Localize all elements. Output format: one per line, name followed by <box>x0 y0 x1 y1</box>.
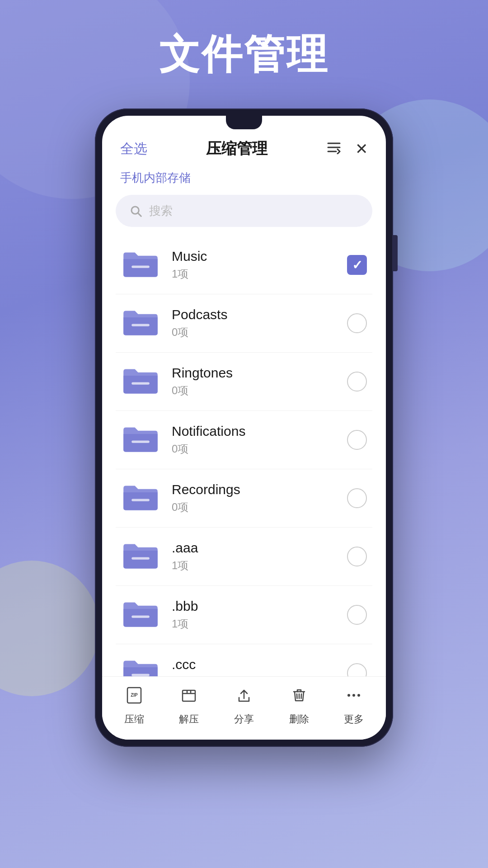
file-name: Recordings <box>172 482 335 497</box>
file-count: 0项 <box>172 383 335 398</box>
file-info: .bbb1项 <box>172 599 335 631</box>
svg-line-4 <box>138 213 141 216</box>
side-button <box>393 235 398 271</box>
checkbox-unchecked[interactable] <box>346 604 368 626</box>
checkbox-unchecked[interactable] <box>346 429 368 451</box>
svg-rect-11 <box>131 615 150 618</box>
svg-rect-12 <box>131 674 150 676</box>
folder-icon <box>120 247 161 283</box>
folder-icon <box>120 655 161 676</box>
file-info: Notifications0项 <box>172 424 335 456</box>
checkbox-unchecked[interactable] <box>346 546 368 567</box>
toolbar-delete[interactable]: 删除 <box>289 686 309 726</box>
file-name: .bbb <box>172 599 335 614</box>
file-count: 0项 <box>172 325 335 340</box>
bottom-toolbar: ZIP压缩解压分享删除更多 <box>102 676 386 740</box>
more-label: 更多 <box>344 712 364 726</box>
svg-rect-5 <box>131 265 150 268</box>
svg-rect-15 <box>183 690 195 701</box>
svg-text:ZIP: ZIP <box>131 693 138 698</box>
list-item[interactable]: .aaa1项 <box>116 528 372 586</box>
checkbox-unchecked[interactable] <box>346 487 368 509</box>
svg-point-20 <box>352 694 355 697</box>
bg-decoration-3 <box>0 561 99 696</box>
folder-icon <box>120 422 161 458</box>
checkbox-checked[interactable]: ✓ <box>346 254 368 276</box>
extract-label: 解压 <box>179 712 199 726</box>
extract-icon <box>179 686 198 709</box>
list-item[interactable]: Notifications0项 <box>116 411 372 469</box>
header-bar: 全选 压缩管理 ✕ <box>102 129 386 168</box>
checkbox-unchecked[interactable] <box>346 662 368 676</box>
search-bar[interactable]: 搜索 <box>116 195 372 227</box>
compress-label: 压缩 <box>124 712 144 726</box>
search-placeholder: 搜索 <box>149 203 173 219</box>
folder-icon <box>120 480 161 516</box>
folder-icon <box>120 305 161 341</box>
list-item[interactable]: .bbb1项 <box>116 586 372 644</box>
list-item[interactable]: Recordings0项 <box>116 469 372 528</box>
close-icon[interactable]: ✕ <box>355 140 368 158</box>
file-count: 1项 <box>172 267 335 281</box>
file-info: .aaa1项 <box>172 540 335 573</box>
file-name: Notifications <box>172 424 335 439</box>
select-all-button[interactable]: 全选 <box>120 140 147 158</box>
share-icon <box>235 686 253 709</box>
svg-line-17 <box>297 694 297 698</box>
toolbar-compress[interactable]: ZIP压缩 <box>124 686 144 726</box>
file-info: Ringtones0项 <box>172 365 335 398</box>
file-count: 0项 <box>172 442 335 456</box>
toolbar-share[interactable]: 分享 <box>234 686 254 726</box>
header-actions: ✕ <box>326 140 368 158</box>
list-item[interactable]: .ccc1项 <box>116 644 372 676</box>
svg-line-18 <box>301 694 301 698</box>
list-item[interactable]: Podcasts0项 <box>116 294 372 353</box>
svg-rect-7 <box>131 382 150 384</box>
svg-rect-9 <box>131 499 150 501</box>
phone-notch <box>226 116 262 129</box>
file-info: Music1项 <box>172 249 335 281</box>
folder-icon <box>120 597 161 633</box>
file-name: Podcasts <box>172 307 335 322</box>
breadcrumb[interactable]: 手机内部存储 <box>102 168 386 195</box>
checkbox-unchecked[interactable] <box>346 371 368 392</box>
compress-icon: ZIP <box>125 686 144 709</box>
file-info: Podcasts0项 <box>172 307 335 340</box>
svg-point-19 <box>347 694 350 697</box>
toolbar-more[interactable]: 更多 <box>344 686 364 726</box>
folder-icon <box>120 538 161 575</box>
screen-content: 全选 压缩管理 ✕ <box>102 116 386 740</box>
checkbox-unchecked[interactable] <box>346 312 368 334</box>
toolbar-extract[interactable]: 解压 <box>179 686 199 726</box>
file-name: .aaa <box>172 540 335 556</box>
svg-rect-8 <box>131 440 150 443</box>
list-item[interactable]: Music1项✓ <box>116 236 372 294</box>
phone-mockup: 全选 压缩管理 ✕ <box>95 108 393 747</box>
share-label: 分享 <box>234 712 254 726</box>
search-icon <box>129 204 143 218</box>
delete-label: 删除 <box>289 712 309 726</box>
file-info: .ccc1项 <box>172 657 335 676</box>
file-name: Music <box>172 249 335 264</box>
svg-point-21 <box>357 694 360 697</box>
file-count: 1项 <box>172 558 335 573</box>
list-item[interactable]: Ringtones0项 <box>116 353 372 411</box>
sort-icon[interactable] <box>326 141 342 157</box>
svg-rect-10 <box>131 557 150 559</box>
file-name: .ccc <box>172 657 335 672</box>
more-icon <box>344 686 363 709</box>
file-list: Music1项✓ Podcasts0项 Ringtones0项 Notifica… <box>102 236 386 676</box>
folder-icon <box>120 363 161 400</box>
delete-icon <box>290 686 309 709</box>
file-count: 1项 <box>172 617 335 631</box>
header-title: 压缩管理 <box>206 138 267 159</box>
page-title: 文件管理 <box>0 0 488 82</box>
svg-rect-6 <box>131 324 150 326</box>
file-count: 0项 <box>172 500 335 514</box>
file-info: Recordings0项 <box>172 482 335 514</box>
file-name: Ringtones <box>172 365 335 381</box>
